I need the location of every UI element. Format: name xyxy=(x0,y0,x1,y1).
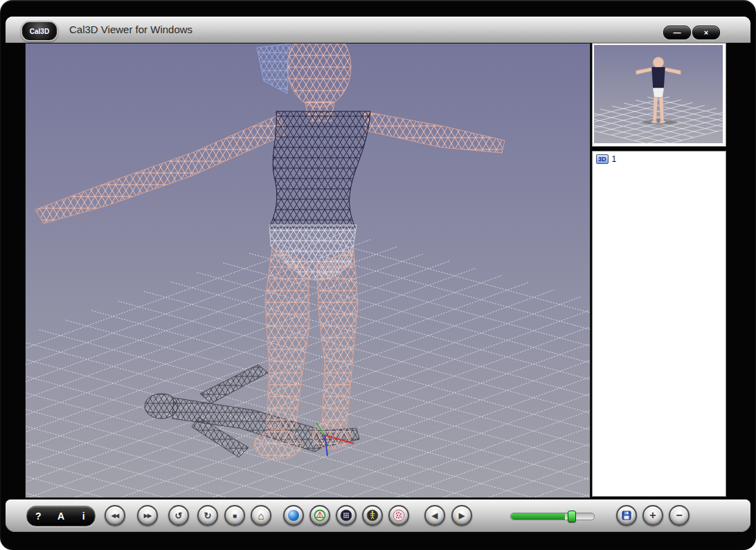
mesh-icon xyxy=(314,509,326,522)
fast-forward-icon: ▶▶ xyxy=(144,513,151,519)
skeleton-icon xyxy=(366,509,379,522)
zoom-in-button[interactable]: + xyxy=(642,505,663,526)
info-button[interactable]: i xyxy=(75,511,93,522)
cal3d-logo-badge: Cal3D xyxy=(21,21,58,42)
plus-icon: + xyxy=(649,509,656,522)
next-icon: ▶ xyxy=(459,511,465,520)
home-icon: ⌂ xyxy=(258,510,264,522)
model-list-item[interactable]: 3D 1 xyxy=(596,154,722,164)
rotate-ccw-button[interactable]: ↺ xyxy=(168,505,189,526)
sphere-icon xyxy=(287,509,300,522)
app-window: Cal3D Cal3D Viewer for Windows — × xyxy=(0,0,756,550)
help-button[interactable]: ? xyxy=(29,511,47,522)
prev-model-button[interactable]: ◀ xyxy=(424,505,445,526)
minimize-button[interactable]: — xyxy=(663,26,691,39)
sidebar: 3D 1 xyxy=(592,43,726,497)
model-preview-image xyxy=(594,45,723,143)
title-bar: Cal3D Cal3D Viewer for Windows — × xyxy=(6,17,750,43)
minimize-icon: — xyxy=(674,28,681,37)
about-button[interactable]: A xyxy=(52,511,70,522)
render-solid-button[interactable] xyxy=(283,505,304,526)
bottom-toolbar: ? A i ◀◀ ▶▶ ↺ ↻ ■ ⌂ xyxy=(6,499,750,532)
model-list-panel: 3D 1 xyxy=(592,151,726,497)
badge-label: Cal3D xyxy=(30,28,49,35)
zoom-out-button[interactable]: − xyxy=(669,505,690,526)
window-title: Cal3D Viewer for Windows xyxy=(69,24,192,35)
fast-forward-button[interactable]: ▶▶ xyxy=(137,505,158,526)
prev-icon: ◀ xyxy=(432,511,438,520)
viewport-scene xyxy=(26,44,590,497)
info-pill: ? A i xyxy=(26,506,96,526)
rotate-cw-icon: ↻ xyxy=(204,511,212,521)
vertices-icon xyxy=(393,509,405,522)
rewind-icon: ◀◀ xyxy=(111,513,118,519)
close-button[interactable]: × xyxy=(692,26,720,39)
timeline-progress-fill xyxy=(511,513,565,520)
home-button[interactable]: ⌂ xyxy=(251,505,271,526)
floppy-icon xyxy=(621,510,632,521)
viewport-3d[interactable] xyxy=(25,43,591,498)
close-icon: × xyxy=(704,28,708,37)
3d-model-icon: 3D xyxy=(596,154,609,164)
render-skeleton-button[interactable] xyxy=(362,505,383,526)
stop-button[interactable]: ■ xyxy=(224,505,245,526)
model-list-item-label: 1 xyxy=(612,154,617,164)
render-mesh-button[interactable] xyxy=(309,505,330,526)
save-button[interactable] xyxy=(616,505,637,526)
render-wireframe-button[interactable] xyxy=(336,505,357,526)
timeline-slider[interactable] xyxy=(510,513,595,520)
rotate-ccw-icon: ↺ xyxy=(175,511,183,521)
wireframe-cube-icon xyxy=(340,509,352,522)
next-model-button[interactable]: ▶ xyxy=(451,505,472,526)
rotate-cw-button[interactable]: ↻ xyxy=(197,505,218,526)
timeline-slider-thumb[interactable] xyxy=(568,511,576,522)
minus-icon: − xyxy=(676,509,682,522)
stop-icon: ■ xyxy=(233,512,237,520)
model-preview-panel xyxy=(592,43,726,147)
render-vertices-button[interactable] xyxy=(388,505,409,526)
rewind-button[interactable]: ◀◀ xyxy=(105,505,125,526)
